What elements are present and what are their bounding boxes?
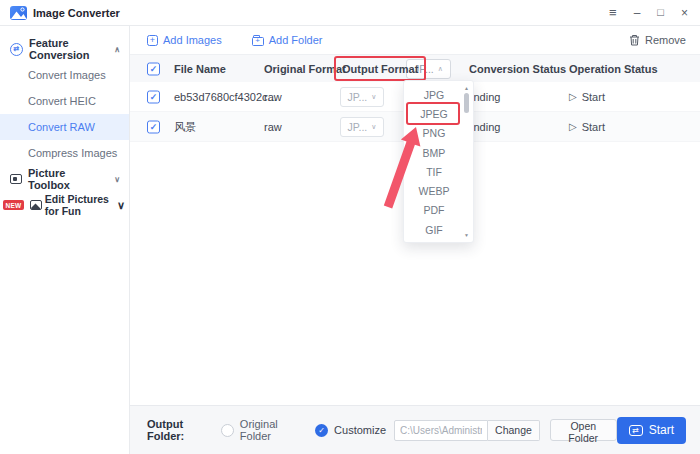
app-window: Image Converter ≡ – □ × ⇄ Feature Conver… (0, 0, 700, 454)
format-select-value: JP... (348, 91, 368, 103)
start-row-button[interactable]: ▷ Start (569, 91, 605, 103)
sidebar-section-label: Edit Pictures for Fun (45, 193, 113, 217)
start-label: Start (582, 121, 605, 133)
play-icon: ▷ (569, 91, 577, 102)
convert-icon: ⇄ (629, 425, 643, 436)
check-icon: ✓ (150, 122, 158, 132)
sidebar-item-convert-images[interactable]: Convert Images (0, 62, 129, 88)
conversion-icon: ⇄ (10, 43, 23, 56)
row-format-select[interactable]: JP... ∨ (340, 117, 384, 137)
sidebar-item-convert-heic[interactable]: Convert HEIC (0, 88, 129, 114)
file-name-cell: 风景 (174, 119, 196, 134)
chevron-down-icon: ∨ (371, 93, 376, 101)
check-icon: ✓ (318, 426, 325, 435)
scrollbar-thumb[interactable] (464, 93, 469, 113)
remove-label: Remove (645, 34, 686, 46)
dropdown-scrollbar: ▲ ▼ (462, 85, 471, 238)
output-format-highlight-box: Output Format (334, 56, 426, 81)
toolbox-icon (10, 174, 22, 184)
minimize-icon[interactable]: – (634, 7, 641, 19)
start-label: Start (582, 91, 605, 103)
sidebar-section-feature-conversion[interactable]: ⇄ Feature Conversion ∧ (0, 36, 129, 62)
sidebar-section-picture-toolbox[interactable]: Picture Toolbox ∨ (0, 166, 129, 192)
original-folder-label: Original Folder (240, 418, 300, 442)
original-format-cell: raw (264, 121, 282, 133)
sidebar-item-label: Convert RAW (28, 121, 95, 133)
app-title: Image Converter (33, 7, 120, 19)
app-logo-icon (10, 6, 27, 20)
add-folder-icon: + (252, 37, 264, 46)
title-bar: Image Converter ≡ – □ × (0, 0, 700, 26)
play-icon: ▷ (569, 121, 577, 132)
menu-icon[interactable]: ≡ (609, 6, 617, 19)
table-header: ✓ File Name Original Format Output Forma… (130, 55, 700, 82)
sidebar-item-convert-raw[interactable]: Convert RAW (0, 114, 129, 140)
format-dropdown-menu: JPG JPEG PNG BMP TIF WEBP PDF GIF ▲ ▼ (403, 80, 474, 243)
column-output-format: Output Format (342, 63, 418, 75)
add-images-button[interactable]: + Add Images (147, 34, 222, 46)
original-folder-radio[interactable] (221, 424, 234, 437)
chevron-up-icon: ∧ (114, 45, 120, 54)
start-button-label: Start (649, 423, 674, 437)
open-folder-button[interactable]: Open Folder (550, 419, 617, 441)
scroll-down-icon[interactable]: ▼ (464, 232, 469, 238)
chevron-down-icon: ∨ (117, 199, 125, 212)
output-path-input[interactable] (394, 420, 488, 441)
footer-bar: Output Folder: Original Folder ✓ Customi… (130, 405, 700, 454)
format-select-value: JP... (348, 121, 368, 133)
sidebar-section-label: Picture Toolbox (28, 167, 108, 191)
sidebar-item-label: Convert Images (28, 69, 106, 81)
start-row-button[interactable]: ▷ Start (569, 121, 605, 133)
maximize-icon[interactable]: □ (657, 7, 664, 18)
row-checkbox[interactable]: ✓ (147, 90, 160, 103)
row-checkbox[interactable]: ✓ (147, 120, 160, 133)
file-name-cell: eb53d7680cf4302c... (174, 91, 277, 103)
toolbar: + Add Images + Add Folder Remove (130, 26, 700, 55)
sidebar-section-label: Feature Conversion (29, 37, 108, 61)
start-all-button[interactable]: ⇄ Start (617, 417, 686, 444)
sidebar-item-label: Compress Images (28, 147, 117, 159)
picture-icon (30, 200, 42, 210)
customize-label: Customize (334, 424, 386, 436)
remove-button[interactable]: Remove (629, 34, 686, 46)
add-image-icon: + (147, 35, 158, 46)
column-conversion-status: Conversion Status (469, 63, 566, 75)
add-images-label: Add Images (163, 34, 222, 46)
add-folder-button[interactable]: + Add Folder (252, 34, 323, 46)
output-folder-label: Output Folder: (147, 418, 211, 442)
check-icon: ✓ (150, 64, 158, 74)
sidebar: ⇄ Feature Conversion ∧ Convert Images Co… (0, 26, 130, 454)
original-format-cell: raw (264, 91, 282, 103)
add-folder-label: Add Folder (269, 34, 323, 46)
column-operation-status: Operation Status (569, 63, 658, 75)
scroll-up-icon[interactable]: ▲ (464, 85, 469, 91)
trash-icon (629, 34, 640, 46)
column-file-name: File Name (174, 63, 226, 75)
sidebar-section-edit-pictures[interactable]: NEW Edit Pictures for Fun ∨ (0, 192, 129, 218)
close-icon[interactable]: × (681, 7, 688, 19)
chevron-up-icon: ∧ (438, 65, 443, 73)
select-all-checkbox[interactable]: ✓ (147, 62, 160, 75)
change-button[interactable]: Change (488, 420, 540, 441)
sidebar-item-label: Convert HEIC (28, 95, 96, 107)
chevron-down-icon: ∨ (114, 175, 120, 184)
new-badge: NEW (3, 200, 24, 210)
sidebar-item-compress-images[interactable]: Compress Images (0, 140, 129, 166)
customize-checkbox[interactable]: ✓ (315, 424, 328, 437)
row-format-select[interactable]: JP... ∨ (340, 87, 384, 107)
check-icon: ✓ (150, 92, 158, 102)
chevron-down-icon: ∨ (371, 123, 376, 131)
